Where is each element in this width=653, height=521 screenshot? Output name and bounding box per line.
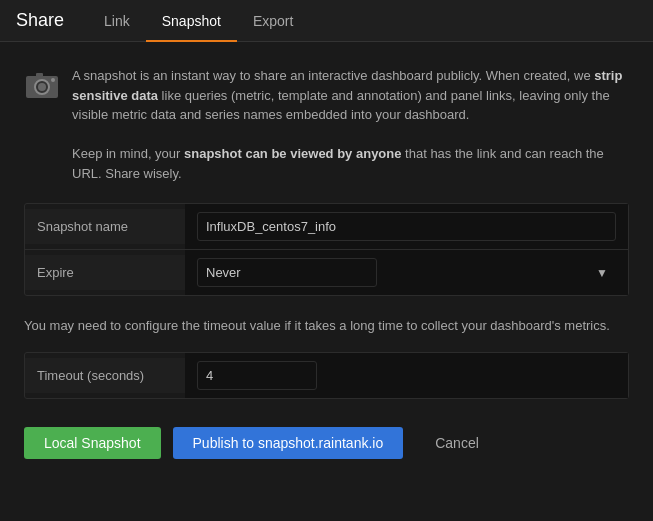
timeout-form: Timeout (seconds)	[24, 352, 629, 399]
info-text: A snapshot is an instant way to share an…	[72, 66, 629, 183]
expire-label: Expire	[25, 255, 185, 290]
snapshot-form: Snapshot name Expire Never 1 Hour 1 Day …	[24, 203, 629, 296]
modal-header: Share Link Snapshot Export	[0, 0, 653, 42]
timeout-value	[185, 353, 628, 398]
timeout-note: You may need to configure the timeout va…	[24, 316, 629, 336]
svg-point-4	[51, 78, 55, 82]
snapshot-name-label: Snapshot name	[25, 209, 185, 244]
snapshot-name-value	[185, 204, 628, 249]
snapshot-name-input[interactable]	[197, 212, 616, 241]
tab-snapshot[interactable]: Snapshot	[146, 1, 237, 42]
timeout-row: Timeout (seconds)	[25, 353, 628, 398]
cancel-button[interactable]: Cancel	[415, 427, 499, 459]
expire-value: Never 1 Hour 1 Day 1 Week ▼	[185, 250, 628, 295]
modal-footer: Local Snapshot Publish to snapshot.raint…	[24, 419, 629, 459]
expire-select[interactable]: Never 1 Hour 1 Day 1 Week	[197, 258, 377, 287]
publish-button[interactable]: Publish to snapshot.raintank.io	[173, 427, 404, 459]
snapshot-name-row: Snapshot name	[25, 204, 628, 250]
modal-title: Share	[16, 10, 64, 31]
svg-rect-3	[36, 73, 43, 77]
chevron-down-icon: ▼	[596, 266, 608, 280]
tab-bar: Link Snapshot Export	[88, 0, 309, 41]
modal-content: A snapshot is an instant way to share an…	[0, 42, 653, 521]
svg-point-2	[38, 83, 46, 91]
expire-select-wrapper: Never 1 Hour 1 Day 1 Week ▼	[197, 258, 616, 287]
expire-row: Expire Never 1 Hour 1 Day 1 Week ▼	[25, 250, 628, 295]
timeout-input[interactable]	[197, 361, 317, 390]
camera-icon	[24, 68, 60, 104]
timeout-label: Timeout (seconds)	[25, 358, 185, 393]
tab-export[interactable]: Export	[237, 1, 309, 42]
info-section: A snapshot is an instant way to share an…	[24, 66, 629, 183]
tab-link[interactable]: Link	[88, 1, 146, 42]
local-snapshot-button[interactable]: Local Snapshot	[24, 427, 161, 459]
